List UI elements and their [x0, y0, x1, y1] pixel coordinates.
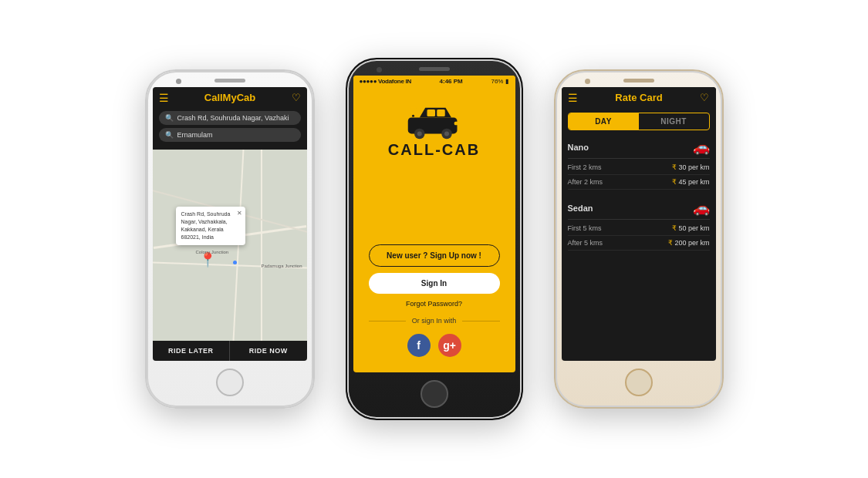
forgot-password-link[interactable]: Forgot Password? [406, 300, 462, 308]
bottom-buttons: RIDE LATER RIDE NOW [153, 341, 307, 361]
svg-rect-1 [427, 109, 436, 116]
search-text-1: Crash Rd, Souhruda Nagar, Vazhaki [177, 114, 289, 122]
section-gap-1 [568, 190, 710, 196]
signin-screen: ●●●●● Vodafone IN 4:46 PM 76% ▮ [353, 76, 515, 372]
phone-2-top [347, 59, 522, 76]
screen-2: ●●●●● Vodafone IN 4:46 PM 76% ▮ [353, 76, 515, 372]
svg-point-6 [444, 131, 449, 136]
status-battery: 76% ▮ [491, 78, 508, 85]
search-icon-1: 🔍 [165, 114, 174, 122]
svg-point-9 [412, 115, 414, 117]
signin-actions: New user ? Sign Up now ! Sign In Forgot … [353, 244, 515, 372]
google-plus-button[interactable]: g+ [438, 334, 461, 357]
rate-content: Nano 🚗 First 2 kms ₹ 30 per km After 2 k… [562, 135, 716, 361]
rate-header: ☰ Rate Card ♡ [562, 87, 716, 108]
road-v1 [232, 150, 244, 341]
sedan-value-2: ₹ 200 per km [668, 239, 710, 247]
tab-night[interactable]: NIGHT [639, 113, 709, 130]
map-blue-dot [233, 261, 237, 264]
phone-1-top [147, 71, 313, 87]
nano-value-2: ₹ 45 per km [672, 178, 710, 186]
phone-3-bottom [556, 361, 722, 407]
nano-label-1: First 2 kms [568, 163, 602, 171]
status-bar: ●●●●● Vodafone IN 4:46 PM 76% ▮ [353, 76, 515, 87]
map-title: CallMyCab [204, 92, 255, 103]
home-button-2[interactable] [420, 380, 448, 408]
logo-area: CALL-CAB [353, 87, 515, 244]
logo-part1: CALL [388, 141, 435, 158]
svg-rect-2 [437, 109, 445, 116]
phone-2-bottom [347, 372, 522, 419]
map-header: ☰ CallMyCab ♡ [153, 87, 307, 108]
svg-point-4 [417, 131, 422, 136]
sedan-value-1: ₹ 50 per km [672, 224, 710, 232]
home-button-1[interactable] [216, 369, 244, 396]
battery-pct: 76% [491, 78, 503, 85]
phone-3: ☰ Rate Card ♡ DAY NIGHT Nano 🚗 First 2 k… [554, 69, 724, 409]
logo-dash: - [435, 141, 442, 158]
screen-3: ☰ Rate Card ♡ DAY NIGHT Nano 🚗 First 2 k… [562, 87, 716, 361]
map-label-1: Padamuga Junction [261, 264, 302, 268]
home-button-3[interactable] [625, 369, 653, 396]
rate-tabs: DAY NIGHT [568, 113, 710, 130]
vehicle-name-nano: Nano [568, 143, 589, 152]
search-bar-2[interactable]: 🔍 Ernamulam [159, 128, 301, 142]
battery-icon: ▮ [505, 78, 508, 85]
divider-left [369, 321, 406, 321]
ride-now-btn[interactable]: RIDE NOW [230, 341, 307, 361]
social-icons: f g+ [407, 334, 461, 357]
phone-3-top [556, 71, 722, 87]
nano-label-2: After 2 kms [568, 178, 603, 186]
speaker-3 [623, 79, 654, 82]
rate-hamburger-icon[interactable]: ☰ [568, 93, 578, 103]
road-v2 [261, 150, 262, 341]
map-screen: ☰ CallMyCab ♡ 🔍 Crash Rd, Souhruda Nagar… [153, 87, 307, 361]
map-popup: ✕ Crash Rd, Souhruda Nagar, Vazhakkala, … [176, 207, 245, 244]
facebook-button[interactable]: f [407, 334, 431, 357]
search-icon-2: 🔍 [165, 131, 174, 139]
map-bg: ✕ Crash Rd, Souhruda Nagar, Vazhakkala, … [153, 150, 307, 341]
rate-heart-icon[interactable]: ♡ [700, 92, 709, 103]
svg-rect-7 [454, 122, 459, 126]
signin-button[interactable]: Sign In [369, 273, 500, 294]
vehicle-name-sedan: Sedan [568, 204, 593, 213]
vehicle-row-nano: Nano 🚗 [568, 135, 710, 159]
hamburger-icon[interactable]: ☰ [159, 93, 169, 103]
camera-dot-1 [176, 79, 181, 84]
logo-text: CALL-CAB [388, 141, 480, 159]
car-icon-sedan: 🚗 [693, 200, 710, 217]
sedan-rate-2: After 5 kms ₹ 200 per km [568, 236, 710, 251]
phone-1: ☰ CallMyCab ♡ 🔍 Crash Rd, Souhruda Nagar… [145, 69, 315, 409]
heart-icon[interactable]: ♡ [292, 92, 301, 103]
vehicle-row-sedan: Sedan 🚗 [568, 196, 710, 220]
ride-later-btn[interactable]: RIDE LATER [153, 341, 230, 361]
popup-close[interactable]: ✕ [237, 209, 242, 217]
divider-text: Or sign In with [412, 317, 457, 325]
status-carrier: ●●●●● Vodafone IN [360, 78, 411, 85]
camera-dot-2 [377, 67, 382, 72]
rate-screen: ☰ Rate Card ♡ DAY NIGHT Nano 🚗 First 2 k… [562, 87, 716, 361]
sedan-label-1: First 5 kms [568, 224, 602, 232]
popup-text: Crash Rd, Souhruda Nagar, Vazhakkala, Ka… [181, 211, 231, 239]
logo-part2: CAB [442, 141, 480, 158]
phone-1-bottom [147, 361, 313, 407]
nano-value-1: ₹ 30 per km [672, 163, 710, 171]
speaker-1 [214, 79, 245, 82]
tab-day[interactable]: DAY [569, 113, 639, 130]
car-icon-nano: 🚗 [693, 139, 710, 156]
phone-2: ●●●●● Vodafone IN 4:46 PM 76% ▮ [346, 58, 523, 420]
map-area: ✕ Crash Rd, Souhruda Nagar, Vazhakkala, … [153, 150, 307, 341]
divider-right [462, 321, 499, 321]
divider-row: Or sign In with [369, 317, 500, 325]
search-area: 🔍 Crash Rd, Souhruda Nagar, Vazhaki 🔍 Er… [153, 108, 307, 150]
search-bar-1[interactable]: 🔍 Crash Rd, Souhruda Nagar, Vazhaki [159, 111, 301, 125]
signup-button[interactable]: New user ? Sign Up now ! [369, 244, 500, 267]
map-label-2: Colony Junction [196, 250, 229, 254]
search-text-2: Ernamulam [177, 131, 213, 139]
speaker-2 [419, 67, 450, 71]
status-time: 4:46 PM [440, 78, 463, 85]
cab-icon [405, 103, 463, 141]
nano-rate-2: After 2 kms ₹ 45 per km [568, 175, 710, 190]
nano-rate-1: First 2 kms ₹ 30 per km [568, 160, 710, 175]
sedan-label-2: After 5 kms [568, 239, 603, 247]
